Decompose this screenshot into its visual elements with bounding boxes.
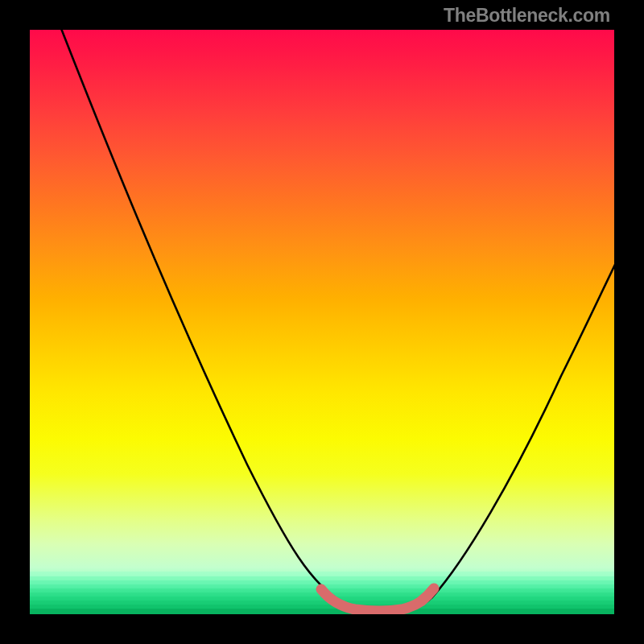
curve-overlay bbox=[30, 30, 614, 614]
plot-area bbox=[30, 30, 614, 614]
chart-frame: TheBottleneck.com bbox=[0, 0, 644, 644]
trough-highlight bbox=[321, 588, 434, 611]
watermark-text: TheBottleneck.com bbox=[444, 5, 610, 27]
bottleneck-curve bbox=[49, 30, 614, 609]
